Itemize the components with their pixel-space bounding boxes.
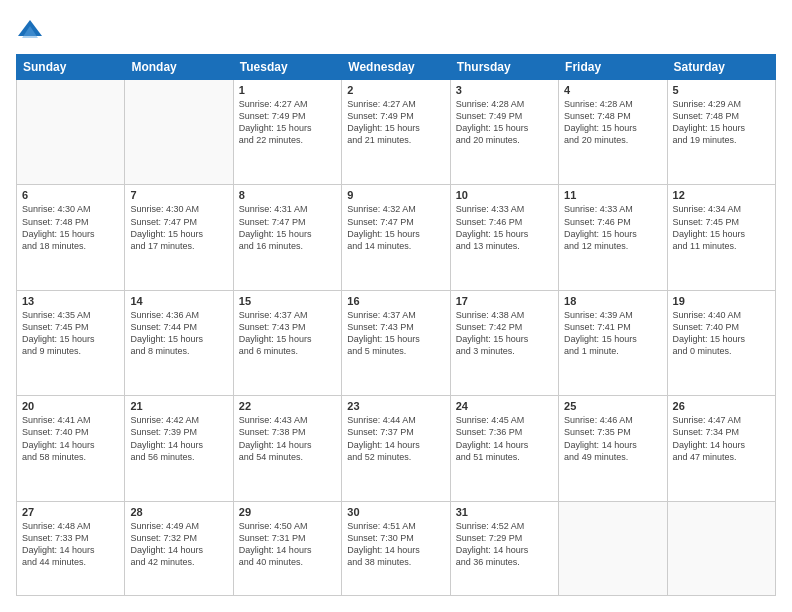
calendar-cell: 2Sunrise: 4:27 AM Sunset: 7:49 PM Daylig… [342, 80, 450, 185]
calendar-cell: 16Sunrise: 4:37 AM Sunset: 7:43 PM Dayli… [342, 290, 450, 395]
day-number: 24 [456, 400, 553, 412]
day-detail: Sunrise: 4:38 AM Sunset: 7:42 PM Dayligh… [456, 309, 553, 358]
day-number: 4 [564, 84, 661, 96]
calendar-cell: 22Sunrise: 4:43 AM Sunset: 7:38 PM Dayli… [233, 396, 341, 501]
calendar-cell [125, 80, 233, 185]
weekday-header-row: SundayMondayTuesdayWednesdayThursdayFrid… [17, 55, 776, 80]
day-detail: Sunrise: 4:32 AM Sunset: 7:47 PM Dayligh… [347, 203, 444, 252]
day-number: 7 [130, 189, 227, 201]
day-detail: Sunrise: 4:30 AM Sunset: 7:47 PM Dayligh… [130, 203, 227, 252]
logo-icon [16, 16, 44, 44]
week-row-5: 27Sunrise: 4:48 AM Sunset: 7:33 PM Dayli… [17, 501, 776, 595]
calendar-cell: 31Sunrise: 4:52 AM Sunset: 7:29 PM Dayli… [450, 501, 558, 595]
week-row-3: 13Sunrise: 4:35 AM Sunset: 7:45 PM Dayli… [17, 290, 776, 395]
day-detail: Sunrise: 4:35 AM Sunset: 7:45 PM Dayligh… [22, 309, 119, 358]
day-number: 20 [22, 400, 119, 412]
day-detail: Sunrise: 4:34 AM Sunset: 7:45 PM Dayligh… [673, 203, 770, 252]
calendar-cell: 4Sunrise: 4:28 AM Sunset: 7:48 PM Daylig… [559, 80, 667, 185]
calendar-cell: 13Sunrise: 4:35 AM Sunset: 7:45 PM Dayli… [17, 290, 125, 395]
day-detail: Sunrise: 4:33 AM Sunset: 7:46 PM Dayligh… [456, 203, 553, 252]
day-number: 17 [456, 295, 553, 307]
weekday-header-tuesday: Tuesday [233, 55, 341, 80]
calendar-cell: 9Sunrise: 4:32 AM Sunset: 7:47 PM Daylig… [342, 185, 450, 290]
day-detail: Sunrise: 4:50 AM Sunset: 7:31 PM Dayligh… [239, 520, 336, 569]
calendar-cell: 29Sunrise: 4:50 AM Sunset: 7:31 PM Dayli… [233, 501, 341, 595]
day-number: 16 [347, 295, 444, 307]
day-number: 30 [347, 506, 444, 518]
day-detail: Sunrise: 4:33 AM Sunset: 7:46 PM Dayligh… [564, 203, 661, 252]
day-detail: Sunrise: 4:40 AM Sunset: 7:40 PM Dayligh… [673, 309, 770, 358]
calendar-cell: 18Sunrise: 4:39 AM Sunset: 7:41 PM Dayli… [559, 290, 667, 395]
day-detail: Sunrise: 4:48 AM Sunset: 7:33 PM Dayligh… [22, 520, 119, 569]
day-number: 14 [130, 295, 227, 307]
day-detail: Sunrise: 4:27 AM Sunset: 7:49 PM Dayligh… [347, 98, 444, 147]
day-detail: Sunrise: 4:46 AM Sunset: 7:35 PM Dayligh… [564, 414, 661, 463]
calendar-cell: 24Sunrise: 4:45 AM Sunset: 7:36 PM Dayli… [450, 396, 558, 501]
calendar-cell: 20Sunrise: 4:41 AM Sunset: 7:40 PM Dayli… [17, 396, 125, 501]
calendar-cell: 27Sunrise: 4:48 AM Sunset: 7:33 PM Dayli… [17, 501, 125, 595]
day-number: 3 [456, 84, 553, 96]
calendar-cell: 1Sunrise: 4:27 AM Sunset: 7:49 PM Daylig… [233, 80, 341, 185]
day-detail: Sunrise: 4:51 AM Sunset: 7:30 PM Dayligh… [347, 520, 444, 569]
day-number: 19 [673, 295, 770, 307]
calendar-cell: 14Sunrise: 4:36 AM Sunset: 7:44 PM Dayli… [125, 290, 233, 395]
day-detail: Sunrise: 4:29 AM Sunset: 7:48 PM Dayligh… [673, 98, 770, 147]
calendar-cell [667, 501, 775, 595]
day-number: 11 [564, 189, 661, 201]
day-number: 10 [456, 189, 553, 201]
day-detail: Sunrise: 4:44 AM Sunset: 7:37 PM Dayligh… [347, 414, 444, 463]
week-row-1: 1Sunrise: 4:27 AM Sunset: 7:49 PM Daylig… [17, 80, 776, 185]
calendar-cell [559, 501, 667, 595]
header [16, 16, 776, 44]
day-detail: Sunrise: 4:36 AM Sunset: 7:44 PM Dayligh… [130, 309, 227, 358]
day-detail: Sunrise: 4:42 AM Sunset: 7:39 PM Dayligh… [130, 414, 227, 463]
weekday-header-wednesday: Wednesday [342, 55, 450, 80]
day-number: 26 [673, 400, 770, 412]
day-detail: Sunrise: 4:49 AM Sunset: 7:32 PM Dayligh… [130, 520, 227, 569]
page: SundayMondayTuesdayWednesdayThursdayFrid… [0, 0, 792, 612]
day-number: 13 [22, 295, 119, 307]
day-number: 1 [239, 84, 336, 96]
day-number: 29 [239, 506, 336, 518]
day-number: 2 [347, 84, 444, 96]
calendar-cell: 30Sunrise: 4:51 AM Sunset: 7:30 PM Dayli… [342, 501, 450, 595]
day-number: 12 [673, 189, 770, 201]
day-detail: Sunrise: 4:30 AM Sunset: 7:48 PM Dayligh… [22, 203, 119, 252]
day-number: 6 [22, 189, 119, 201]
day-number: 21 [130, 400, 227, 412]
day-detail: Sunrise: 4:28 AM Sunset: 7:48 PM Dayligh… [564, 98, 661, 147]
day-detail: Sunrise: 4:47 AM Sunset: 7:34 PM Dayligh… [673, 414, 770, 463]
calendar-cell: 25Sunrise: 4:46 AM Sunset: 7:35 PM Dayli… [559, 396, 667, 501]
day-number: 27 [22, 506, 119, 518]
day-number: 31 [456, 506, 553, 518]
day-detail: Sunrise: 4:39 AM Sunset: 7:41 PM Dayligh… [564, 309, 661, 358]
calendar-cell: 28Sunrise: 4:49 AM Sunset: 7:32 PM Dayli… [125, 501, 233, 595]
day-detail: Sunrise: 4:27 AM Sunset: 7:49 PM Dayligh… [239, 98, 336, 147]
day-number: 28 [130, 506, 227, 518]
day-number: 22 [239, 400, 336, 412]
week-row-2: 6Sunrise: 4:30 AM Sunset: 7:48 PM Daylig… [17, 185, 776, 290]
calendar-cell: 26Sunrise: 4:47 AM Sunset: 7:34 PM Dayli… [667, 396, 775, 501]
logo [16, 16, 48, 44]
day-number: 15 [239, 295, 336, 307]
day-number: 9 [347, 189, 444, 201]
day-number: 25 [564, 400, 661, 412]
calendar-cell: 10Sunrise: 4:33 AM Sunset: 7:46 PM Dayli… [450, 185, 558, 290]
calendar-cell: 15Sunrise: 4:37 AM Sunset: 7:43 PM Dayli… [233, 290, 341, 395]
weekday-header-sunday: Sunday [17, 55, 125, 80]
weekday-header-thursday: Thursday [450, 55, 558, 80]
calendar-cell: 11Sunrise: 4:33 AM Sunset: 7:46 PM Dayli… [559, 185, 667, 290]
day-detail: Sunrise: 4:37 AM Sunset: 7:43 PM Dayligh… [347, 309, 444, 358]
calendar-table: SundayMondayTuesdayWednesdayThursdayFrid… [16, 54, 776, 596]
calendar-cell: 21Sunrise: 4:42 AM Sunset: 7:39 PM Dayli… [125, 396, 233, 501]
calendar-cell: 17Sunrise: 4:38 AM Sunset: 7:42 PM Dayli… [450, 290, 558, 395]
calendar-cell: 6Sunrise: 4:30 AM Sunset: 7:48 PM Daylig… [17, 185, 125, 290]
calendar-cell: 19Sunrise: 4:40 AM Sunset: 7:40 PM Dayli… [667, 290, 775, 395]
day-detail: Sunrise: 4:45 AM Sunset: 7:36 PM Dayligh… [456, 414, 553, 463]
week-row-4: 20Sunrise: 4:41 AM Sunset: 7:40 PM Dayli… [17, 396, 776, 501]
calendar-cell [17, 80, 125, 185]
day-detail: Sunrise: 4:31 AM Sunset: 7:47 PM Dayligh… [239, 203, 336, 252]
day-detail: Sunrise: 4:41 AM Sunset: 7:40 PM Dayligh… [22, 414, 119, 463]
weekday-header-monday: Monday [125, 55, 233, 80]
day-number: 5 [673, 84, 770, 96]
